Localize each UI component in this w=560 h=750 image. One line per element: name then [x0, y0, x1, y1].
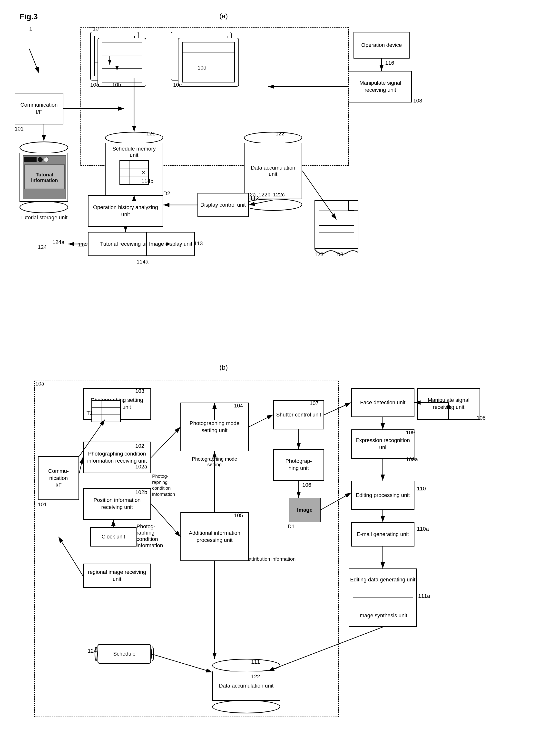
communication-if-label-a: Communication I/F: [20, 101, 58, 115]
editing-data-box: Editing data generating unit Image synth…: [349, 569, 417, 627]
label-1: 1: [29, 26, 32, 32]
label-122-b: 122: [251, 673, 260, 680]
data-accumulation-cylinder-b: Data accumulation unit: [212, 659, 281, 713]
data-accumulation-label-b: Data accumulation unit: [219, 683, 273, 689]
face-detection-label: Face detection unit: [360, 399, 406, 406]
label-114a: 114a: [137, 259, 148, 265]
image-display-label: Image display unit: [149, 241, 192, 248]
position-info-label: Position information receiving unit: [84, 497, 150, 511]
label-10: 10: [92, 26, 99, 32]
photo-condition-label: Photographing condition information rece…: [84, 450, 150, 464]
photog-cond-info-label: Photog-raphingconditioninformation: [152, 473, 175, 497]
label-113: 113: [194, 240, 203, 246]
sub-label-a: (a): [220, 12, 228, 20]
t1-grid: [91, 400, 121, 422]
tutorial-storage-cylinder: Tutorialinformation Tutorial storage uni…: [20, 141, 68, 221]
photo-mode-setting-label: Photographing mode setting unit: [181, 420, 248, 434]
label-104: 104: [234, 402, 243, 409]
label-122c: 122c: [273, 192, 285, 198]
label-108-a: 108: [413, 98, 422, 104]
label-111: 111: [251, 659, 260, 665]
label-10b: 10b: [112, 82, 121, 88]
label-123: 123: [314, 251, 324, 258]
label-124: 124: [38, 244, 47, 250]
editing-processing-label: Editing processing unit: [356, 492, 410, 499]
label-109a: 109a: [406, 456, 418, 462]
tutorial-receiving-label: Tutorial receiving unit: [100, 241, 151, 248]
image-synthesis-label: Image synthesis unit: [358, 612, 408, 619]
label-d3: D3: [336, 251, 343, 258]
label-114: 114: [78, 241, 87, 248]
schedule-box: Schedule: [98, 644, 151, 664]
sub-label-b: (b): [220, 363, 228, 371]
label-111a: 111a: [418, 593, 430, 599]
label-124-b: 124: [88, 648, 97, 654]
svg-line-2: [29, 49, 39, 73]
label-122b: 122b: [258, 192, 270, 198]
label-101-a: 101: [15, 126, 24, 132]
label-108-b: 108: [477, 415, 486, 421]
expression-recognition-label: Expression recognition uni: [352, 437, 414, 451]
communication-if-box-b: Commu- nication I/F: [38, 456, 79, 500]
label-10a: 10a: [90, 82, 99, 88]
photographing-box: Photograp- hing unit: [273, 449, 324, 481]
email-generating-label: E-mail generating unit: [357, 531, 409, 538]
label-106: 106: [302, 482, 311, 488]
photo-mode-label: Photographing mode setting: [185, 456, 244, 468]
label-122: 122: [275, 131, 285, 137]
photo-mode-setting-box: Photographing mode setting unit: [181, 402, 249, 451]
label-107: 107: [310, 400, 319, 407]
fig-label: Fig.3: [20, 12, 38, 21]
manipulate-signal-label-b: Manipulate signal receiving unit: [418, 397, 480, 411]
schedule-label: Schedule: [113, 651, 136, 657]
editing-processing-box: Editing processing unit: [351, 481, 414, 510]
image-d1-label: Image: [297, 507, 313, 513]
stack-card-2: [98, 38, 146, 86]
label-photog-cond: Photog-raphingconditioninformation: [137, 524, 163, 549]
clock-unit-box: Clock unit: [90, 527, 137, 547]
operation-device-box: Operation device: [353, 32, 410, 59]
email-generating-box: E-mail generating unit: [351, 522, 414, 547]
label-103: 103: [135, 388, 144, 394]
communication-if-label-b: Commu- nication I/F: [48, 468, 69, 489]
label-101-b: 101: [38, 501, 47, 508]
stack-card-4: [178, 38, 239, 86]
label-124a: 124a: [53, 239, 64, 245]
regional-image-box: regional image receiving unit: [83, 564, 151, 588]
operation-device-label: Operation device: [361, 42, 402, 49]
editing-data-label: Editing data generating unit: [350, 576, 415, 584]
image-d1: Image: [289, 498, 320, 522]
operation-history-box: Operation history analyzing unit: [88, 195, 163, 227]
label-102a: 102a: [135, 463, 147, 470]
label-109: 109: [406, 429, 415, 436]
label-121: 121: [146, 131, 155, 137]
label-102: 102: [135, 443, 144, 449]
photographing-label: Photograp- hing unit: [286, 458, 312, 472]
shutter-control-label: Shutter control unit: [276, 411, 321, 418]
clock-unit-label: Clock unit: [102, 533, 125, 540]
label-110a: 110a: [417, 526, 429, 532]
label-10d: 10d: [198, 65, 207, 71]
expression-recognition-box: Expression recognition uni: [351, 429, 414, 459]
regional-image-label: regional image receiving unit: [84, 569, 150, 583]
communication-if-box-a: Communication I/F: [15, 93, 63, 124]
label-112: 112: [250, 195, 259, 201]
label-116: 116: [385, 60, 394, 66]
display-control-box: Display control unit: [198, 193, 249, 217]
label-d2: D2: [163, 190, 170, 197]
manipulate-signal-box-a: Manipulate signal receiving unit: [349, 71, 412, 102]
label-110: 110: [417, 486, 426, 492]
face-detection-box: Face detection unit: [351, 388, 414, 417]
image-display-box: Image display unit: [146, 232, 195, 256]
label-105: 105: [234, 512, 243, 519]
additional-info-box: Additional information processing unit: [181, 512, 249, 561]
additional-info-label: Additional information processing unit: [181, 530, 248, 544]
operation-history-label: Operation history analyzing unit: [88, 204, 163, 218]
label-10c: 10c: [173, 82, 182, 88]
manipulate-signal-box-b: Manipulate signal receiving unit: [417, 388, 480, 420]
label-114b: 114b: [141, 178, 153, 184]
attribution-info-label: attribution information: [249, 556, 295, 562]
label-10a-b: 10a: [35, 381, 44, 387]
document-shape: [314, 200, 358, 257]
display-control-label: Display control unit: [201, 201, 246, 209]
